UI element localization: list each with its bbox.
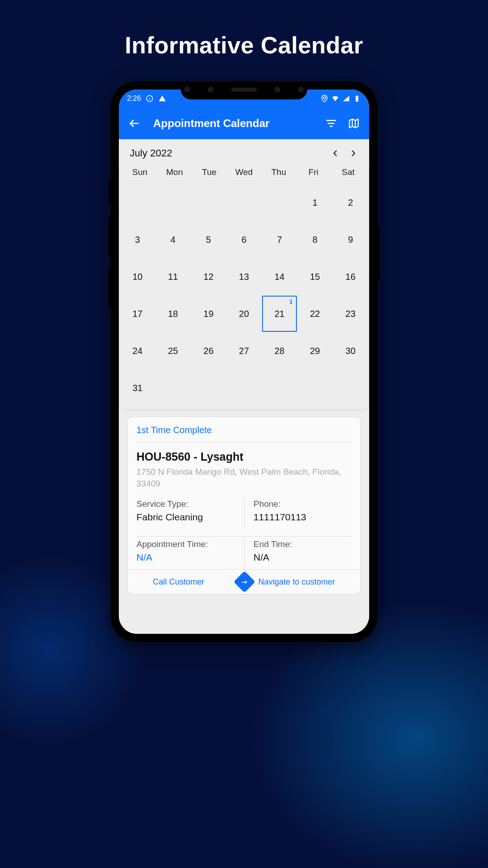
info-icon [145, 94, 154, 103]
content-area: July 2022 SunMonTueWedThuFriSat 12345678… [119, 139, 369, 634]
appointment-status: 1st Time Complete [136, 425, 352, 442]
action-divider [230, 576, 230, 588]
service-type-label: Service Type: [136, 499, 244, 509]
calendar-day[interactable]: 5 [191, 222, 226, 258]
calendar-day[interactable]: 3 [120, 222, 155, 258]
calendar-empty [298, 370, 333, 406]
svg-marker-10 [349, 119, 358, 128]
calendar-day[interactable]: 4 [156, 222, 191, 258]
calendar-day[interactable]: 10 [120, 259, 155, 295]
filter-icon [325, 118, 337, 129]
appointment-address: 1750 N Florida Mango Rd, West Palm Beach… [136, 466, 352, 489]
appointment-time-label: Appointment Time: [136, 539, 244, 549]
page-headline: Informative Calendar [0, 0, 488, 59]
map-button[interactable] [347, 116, 361, 131]
location-icon [320, 94, 328, 103]
calendar-day[interactable]: 2 [333, 184, 368, 221]
appointment-card[interactable]: 1st Time Complete HOU-8560 - Lysaght 175… [127, 416, 361, 594]
dow-cell: Fri [296, 167, 331, 177]
arrow-left-icon [128, 118, 140, 129]
calendar-day[interactable]: 11 [156, 259, 191, 295]
dow-cell: Sun [122, 167, 157, 177]
battery-icon [353, 94, 361, 103]
service-type-value: Fabric Cleaning [136, 512, 244, 523]
dow-cell: Tue [192, 167, 227, 177]
calendar-day[interactable]: 12 [191, 259, 226, 295]
day-event-count: 1 [290, 298, 293, 305]
filter-button[interactable] [324, 116, 338, 131]
calendar-empty [262, 184, 297, 221]
app-bar: Appointment Calendar [119, 108, 369, 139]
calendar-empty [227, 184, 262, 221]
appointment-title: HOU-8560 - Lysaght [136, 450, 352, 463]
appointment-time-value: N/A [136, 552, 244, 563]
calendar-day[interactable]: 20 [227, 296, 262, 332]
calendar-day[interactable]: 7 [262, 222, 297, 258]
calendar-empty [333, 370, 368, 406]
map-icon [348, 118, 360, 129]
prev-month-button[interactable] [330, 148, 340, 158]
calendar-day[interactable]: 19 [191, 296, 226, 332]
calendar-day[interactable]: 1 [298, 184, 333, 221]
calendar-day[interactable]: 9 [333, 222, 368, 258]
calendar-day[interactable]: 24 [120, 333, 155, 369]
calendar-day[interactable]: 23 [333, 296, 368, 332]
phone-label: Phone: [253, 499, 352, 509]
calendar-day[interactable]: 16 [333, 259, 368, 295]
calendar-empty [120, 184, 155, 221]
end-time-label: End Time: [253, 539, 352, 549]
calendar-day[interactable]: 14 [262, 259, 297, 295]
calendar-day[interactable]: 29 [298, 333, 333, 369]
navigate-icon[interactable] [233, 571, 255, 593]
calendar-day[interactable]: 28 [262, 333, 297, 369]
directions-icon [240, 578, 249, 586]
phone-value: 1111170113 [253, 512, 352, 523]
svg-rect-5 [357, 95, 358, 96]
calendar-grid: SunMonTueWedThuFriSat 123456789101112131… [120, 164, 368, 409]
calendar-day[interactable]: 15 [298, 259, 333, 295]
app-bar-title: Appointment Calendar [153, 117, 269, 130]
dow-cell: Mon [157, 167, 192, 177]
calendar-day[interactable]: 17 [120, 296, 155, 332]
calendar-day[interactable]: 211 [262, 296, 297, 332]
calendar-empty [156, 370, 191, 406]
calendar-day[interactable]: 22 [298, 296, 333, 332]
wifi-icon [331, 94, 339, 103]
signal-icon [342, 94, 350, 103]
dow-cell: Sat [331, 167, 366, 177]
call-customer-button[interactable]: Call Customer [127, 577, 230, 587]
calendar-day[interactable]: 27 [227, 333, 262, 369]
phone-frame: 2:26 [111, 81, 377, 642]
calendar-day[interactable]: 6 [227, 222, 262, 258]
calendar-day[interactable]: 31 [120, 370, 155, 406]
chevron-left-icon [331, 149, 339, 157]
calendar-day[interactable]: 30 [333, 333, 368, 369]
calendar-day[interactable]: 8 [298, 222, 333, 258]
navigate-customer-button[interactable]: Navigate to customer [258, 577, 361, 587]
chevron-right-icon [349, 149, 357, 157]
calendar-day[interactable]: 25 [156, 333, 191, 369]
calendar-empty [262, 370, 297, 406]
calendar-day[interactable]: 26 [191, 333, 226, 369]
month-label: July 2022 [130, 147, 172, 159]
end-time-value: N/A [253, 552, 352, 563]
calendar-day[interactable]: 13 [227, 259, 262, 295]
calendar-empty [227, 370, 262, 406]
calendar-day[interactable]: 18 [156, 296, 191, 332]
warning-icon [158, 94, 166, 103]
month-header: July 2022 [120, 139, 368, 164]
status-bar: 2:26 [119, 90, 369, 108]
phone-screen: 2:26 [119, 90, 369, 634]
svg-point-3 [324, 97, 326, 99]
phone-mockup: 2:26 [111, 81, 377, 642]
back-button[interactable] [127, 116, 141, 131]
dow-cell: Thu [261, 167, 296, 177]
svg-rect-4 [356, 96, 358, 102]
calendar-empty [191, 184, 226, 221]
calendar-empty [191, 370, 226, 406]
next-month-button[interactable] [348, 148, 358, 158]
status-time: 2:26 [127, 94, 141, 103]
dow-cell: Wed [227, 167, 262, 177]
calendar-empty [156, 184, 191, 221]
